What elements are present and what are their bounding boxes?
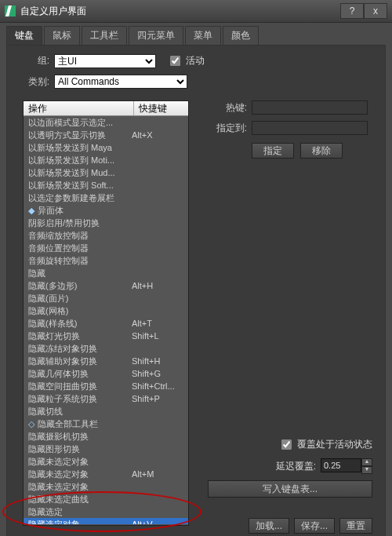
assigned-label: 指定到: bbox=[203, 122, 247, 135]
overlay-panel: 覆盖处于活动状态 延迟覆盖: 0.25 ▲ ▼ 写入键盘表... bbox=[203, 437, 372, 504]
list-item[interactable]: 隐藏 bbox=[24, 267, 188, 279]
list-item[interactable]: 以新场景发送到 Moti... bbox=[24, 154, 188, 166]
category-label: 类别: bbox=[15, 75, 49, 89]
delay-value[interactable]: 0.25 bbox=[321, 458, 361, 472]
assigned-input[interactable] bbox=[252, 121, 368, 135]
list-item[interactable]: 隐藏空间扭曲切换Shift+Ctrl... bbox=[24, 380, 188, 392]
list-item[interactable]: 隐藏(网格) bbox=[24, 304, 188, 317]
list-item[interactable]: 隐藏摄影机切换 bbox=[24, 430, 188, 443]
list-item[interactable]: 隐藏未选定对象 bbox=[24, 480, 188, 493]
app-icon bbox=[5, 5, 16, 16]
list-item[interactable]: 隐藏选定 bbox=[24, 505, 188, 518]
tab-menu[interactable]: 菜单 bbox=[185, 26, 221, 45]
list-item[interactable]: 音频缩放控制器 bbox=[24, 229, 188, 242]
spinner-up-icon[interactable]: ▲ bbox=[361, 458, 372, 466]
list-item[interactable]: 以透明方式显示切换Alt+X bbox=[24, 129, 188, 141]
assign-panel: 热键: 指定到: 指定 移除 bbox=[203, 100, 368, 159]
tab-mouse[interactable]: 鼠标 bbox=[44, 26, 80, 45]
list-header: 操作 快捷键 bbox=[24, 101, 188, 116]
list-item[interactable]: 以边面模式显示选定... bbox=[24, 116, 188, 129]
overlay-active-input[interactable] bbox=[281, 439, 292, 450]
list-item[interactable]: 音频位置控制器 bbox=[24, 242, 188, 254]
list-item[interactable]: 音频旋转控制器 bbox=[24, 254, 188, 267]
list-item[interactable]: 以新场景发送到 Maya bbox=[24, 141, 188, 154]
tab-keyboard[interactable]: 键盘 bbox=[6, 26, 42, 45]
list-item[interactable]: 以选定参数新建卷展栏 bbox=[24, 191, 188, 204]
tab-quadmenu[interactable]: 四元菜单 bbox=[129, 26, 183, 45]
save-button[interactable]: 保存... bbox=[294, 518, 335, 534]
list-item[interactable]: 隐藏灯光切换Shift+L bbox=[24, 330, 188, 342]
help-button[interactable]: ? bbox=[340, 3, 364, 19]
delay-label: 延迟覆盖: bbox=[276, 460, 316, 473]
item-icon: ◆ bbox=[28, 204, 36, 217]
list-item[interactable]: 隐藏(样条线)Alt+T bbox=[24, 317, 188, 330]
reset-button[interactable]: 重置 bbox=[339, 518, 372, 534]
list-item[interactable]: ◆异面体 bbox=[24, 204, 188, 217]
item-icon: ◇ bbox=[28, 417, 36, 430]
footer-buttons: 加载... 保存... 重置 bbox=[203, 518, 372, 534]
window-title: 自定义用户界面 bbox=[20, 5, 340, 18]
action-list[interactable]: 操作 快捷键 以边面模式显示选定...以透明方式显示切换Alt+X以新场景发送到… bbox=[23, 100, 189, 526]
list-item[interactable]: 阴影启用/禁用切换 bbox=[24, 217, 188, 229]
list-item[interactable]: 隐藏(多边形)Alt+H bbox=[24, 279, 188, 292]
list-item[interactable]: 隐藏切线 bbox=[24, 405, 188, 417]
tabs: 键盘 鼠标 工具栏 四元菜单 菜单 颜色 bbox=[0, 23, 392, 45]
remove-button[interactable]: 移除 bbox=[300, 143, 343, 159]
overlay-active-checkbox[interactable]: 覆盖处于活动状态 bbox=[278, 437, 372, 452]
tab-toolbar[interactable]: 工具栏 bbox=[82, 26, 127, 45]
list-item[interactable]: 隐藏选定对象Alt+V bbox=[24, 518, 188, 524]
write-keyboard-button[interactable]: 写入键盘表... bbox=[208, 480, 372, 498]
list-item[interactable]: 隐藏图形切换 bbox=[24, 443, 188, 455]
list-item[interactable]: 隐藏未选定对象Alt+M bbox=[24, 468, 188, 480]
col-shortcut[interactable]: 快捷键 bbox=[134, 101, 188, 115]
assign-button[interactable]: 指定 bbox=[252, 143, 294, 159]
col-action[interactable]: 操作 bbox=[24, 101, 134, 115]
group-select[interactable]: 主UI bbox=[54, 54, 156, 68]
list-item[interactable]: 隐藏(面片) bbox=[24, 292, 188, 304]
list-item[interactable]: ◇隐藏全部工具栏 bbox=[24, 417, 188, 430]
spinner-down-icon[interactable]: ▼ bbox=[361, 466, 372, 474]
overlay-active-label: 覆盖处于活动状态 bbox=[297, 438, 372, 451]
titlebar[interactable]: 自定义用户界面 ? x bbox=[0, 0, 392, 23]
delay-spinner[interactable]: 0.25 ▲ ▼ bbox=[321, 458, 372, 474]
customize-ui-window: 自定义用户界面 ? x 键盘 鼠标 工具栏 四元菜单 菜单 颜色 组: 主UI … bbox=[0, 0, 392, 536]
category-select[interactable]: All Commands bbox=[54, 75, 187, 89]
list-item[interactable]: 隐藏辅助对象切换Shift+H bbox=[24, 355, 188, 367]
group-label: 组: bbox=[15, 54, 49, 67]
hotkey-input[interactable] bbox=[252, 100, 368, 115]
list-item[interactable]: 以新场景发送到 Mud... bbox=[24, 166, 188, 179]
close-button[interactable]: x bbox=[364, 3, 387, 19]
load-button[interactable]: 加载... bbox=[249, 518, 289, 534]
keyboard-panel: 组: 主UI 活动 类别: All Commands 操作 快捷键 以边面模式显… bbox=[6, 45, 386, 536]
active-checkbox[interactable]: 活动 bbox=[167, 53, 205, 68]
list-item[interactable]: 隐藏粒子系统切换Shift+P bbox=[24, 392, 188, 405]
tab-color[interactable]: 颜色 bbox=[223, 26, 259, 45]
active-checkbox-input[interactable] bbox=[170, 56, 180, 66]
list-item[interactable]: 隐藏未选定对象 bbox=[24, 455, 188, 468]
list-item[interactable]: 隐藏几何体切换Shift+G bbox=[24, 367, 188, 380]
list-item[interactable]: 隐藏冻结对象切换 bbox=[24, 342, 188, 355]
hotkey-label: 热键: bbox=[203, 101, 247, 115]
list-item[interactable]: 隐藏未选定曲线 bbox=[24, 493, 188, 505]
list-item[interactable]: 以新场景发送到 Soft... bbox=[24, 179, 188, 191]
active-checkbox-label: 活动 bbox=[186, 54, 205, 67]
